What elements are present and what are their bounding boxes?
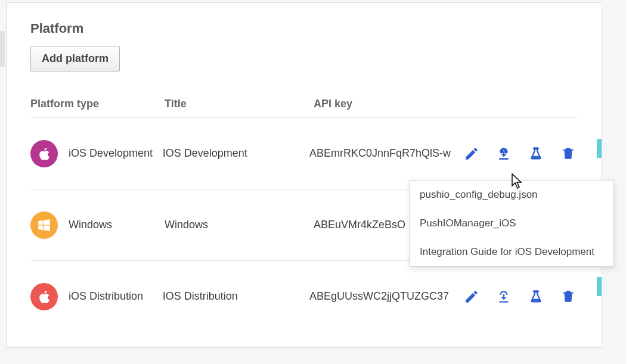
apple-icon (30, 140, 58, 167)
section-title: Platform (30, 21, 578, 36)
flask-icon (528, 289, 544, 304)
trash-icon (560, 289, 576, 304)
platform-title: IOS Development (163, 147, 309, 160)
table-row: iOS Distribution IOS Distribution ABEgUU… (30, 260, 578, 332)
windows-icon (30, 211, 58, 239)
apple-icon (30, 283, 58, 310)
flask-icon (528, 146, 544, 161)
scroll-indicator (597, 139, 602, 158)
svg-point-1 (533, 290, 540, 293)
delete-button[interactable] (559, 287, 578, 306)
table-header: Platform type Title API key (30, 98, 578, 117)
platform-panel: Platform Add platform Platform type Titl… (6, 2, 602, 348)
edit-icon (464, 289, 479, 304)
test-button[interactable] (526, 287, 546, 306)
scroll-indicator (597, 277, 602, 296)
download-button[interactable] (494, 144, 513, 163)
api-key: ABEgUUssWC2jjQTUZGC37 (309, 290, 462, 303)
add-platform-button[interactable]: Add platform (30, 46, 120, 71)
dropdown-item[interactable]: pushio_config_debug.json (410, 181, 613, 209)
edit-button[interactable] (462, 287, 481, 306)
trash-icon (560, 146, 576, 161)
download-icon (496, 146, 512, 161)
platform-type-label: Windows (69, 219, 112, 231)
decorative-stub (0, 31, 5, 67)
edit-icon (464, 146, 479, 161)
download-icon (496, 289, 512, 304)
test-button[interactable] (526, 144, 546, 163)
dropdown-item[interactable]: Integration Guide for iOS Development (410, 238, 613, 266)
svg-point-0 (533, 147, 540, 150)
download-dropdown: pushio_config_debug.json PushIOManager_i… (410, 180, 614, 267)
col-header-title: Title (165, 98, 314, 110)
dropdown-item[interactable]: PushIOManager_iOS (410, 209, 613, 238)
api-key: ABEmrRKC0JnnFqR7hQlS-w (309, 147, 462, 160)
edit-button[interactable] (462, 144, 481, 163)
download-button[interactable] (494, 287, 513, 306)
col-header-platform: Platform type (30, 98, 165, 110)
table-row: iOS Development IOS Development ABEmrRKC… (30, 117, 578, 189)
platform-title: Windows (165, 219, 314, 231)
platform-type-label: iOS Distribution (69, 290, 143, 303)
platform-title: IOS Distribution (163, 290, 309, 303)
delete-button[interactable] (559, 144, 578, 163)
col-header-api: API key (314, 98, 469, 110)
platform-type-label: iOS Development (69, 147, 153, 160)
